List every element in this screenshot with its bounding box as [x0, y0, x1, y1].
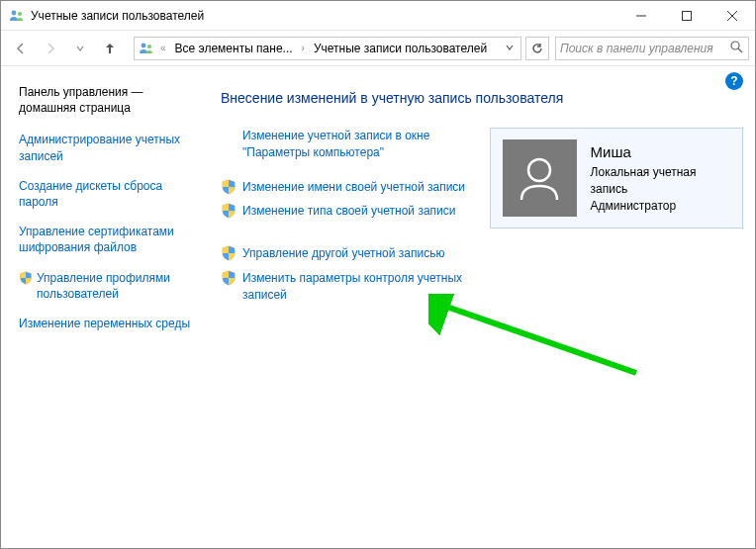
recent-dropdown[interactable] — [66, 36, 94, 61]
sidebar-link[interactable]: Создание дискеты сброса пароля — [19, 178, 203, 210]
svg-point-8 — [731, 42, 739, 49]
user-account-type: Локальная учетная запись — [591, 164, 730, 198]
action-link-label: Изменение учетной записи в окне "Парамет… — [242, 128, 478, 161]
sidebar-link[interactable]: Администрирование учетных записей — [19, 132, 203, 163]
action-link[interactable]: Изменить параметры контроля учетных запи… — [221, 270, 478, 304]
action-link[interactable]: Изменение типа своей учетной записи — [221, 203, 478, 220]
chevron-down-icon[interactable] — [501, 42, 519, 55]
action-link-label: Управление другой учетной записью — [242, 245, 444, 262]
page-heading: Внесение изменений в учетную запись поль… — [221, 90, 743, 106]
sidebar: Панель управления — домашняя страница Ад… — [1, 66, 209, 548]
sidebar-link-label: Управление сертификатами шифрования файл… — [19, 224, 203, 255]
titlebar: Учетные записи пользователей — [1, 1, 755, 31]
sidebar-link-label: Администрирование учетных записей — [19, 132, 203, 163]
chevron-right-icon[interactable]: › — [300, 43, 307, 53]
forward-button[interactable] — [37, 36, 64, 61]
user-card[interactable]: Миша Локальная учетная запись Администра… — [490, 128, 743, 229]
window-controls — [618, 1, 755, 31]
shield-icon — [221, 270, 236, 286]
action-link-label: Изменить параметры контроля учетных запи… — [242, 270, 478, 304]
action-link-label: Изменение типа своей учетной записи — [242, 203, 455, 220]
shield-icon — [221, 179, 236, 195]
help-button[interactable]: ? — [725, 72, 743, 90]
back-button[interactable] — [7, 36, 35, 61]
close-button[interactable] — [709, 1, 755, 31]
users-icon — [9, 8, 25, 24]
svg-point-10 — [528, 159, 550, 181]
refresh-button[interactable] — [525, 37, 549, 60]
sidebar-link[interactable]: Изменение переменных среды — [19, 316, 203, 331]
action-link[interactable]: Изменение имени своей учетной записи — [221, 179, 478, 196]
sidebar-link-label: Создание дискеты сброса пароля — [19, 178, 203, 210]
content-area: ? Панель управления — домашняя страница … — [1, 66, 755, 548]
user-info: Миша Локальная учетная запись Администра… — [591, 141, 730, 214]
svg-line-9 — [738, 48, 742, 52]
svg-point-7 — [147, 45, 151, 48]
svg-point-1 — [18, 12, 22, 16]
action-link-label: Изменение имени своей учетной записи — [242, 179, 465, 196]
sidebar-link[interactable]: Управление профилями пользователей — [19, 270, 203, 302]
window-title: Учетные записи пользователей — [31, 9, 618, 23]
users-icon — [139, 41, 154, 56]
sidebar-title[interactable]: Панель управления — домашняя страница — [19, 84, 203, 116]
minimize-button[interactable] — [618, 1, 664, 31]
sidebar-link-label: Изменение переменных среды — [19, 316, 190, 331]
user-role: Администратор — [591, 198, 730, 215]
main-panel: Внесение изменений в учетную запись поль… — [209, 66, 755, 548]
action-list: Изменение учетной записи в окне "Парамет… — [221, 128, 478, 312]
shield-icon — [221, 245, 236, 261]
breadcrumb-segment[interactable]: Учетные записи пользователей — [311, 40, 490, 57]
up-button[interactable] — [96, 36, 124, 61]
sidebar-link-label: Управление профилями пользователей — [37, 270, 203, 302]
sidebar-link[interactable]: Управление сертификатами шифрования файл… — [19, 224, 203, 255]
action-link[interactable]: Изменение учетной записи в окне "Парамет… — [242, 128, 478, 161]
svg-rect-3 — [683, 11, 692, 20]
search-input[interactable]: Поиск в панели управления — [555, 37, 749, 60]
maximize-button[interactable] — [664, 1, 709, 31]
navbar: « Все элементы пане... › Учетные записи … — [1, 31, 755, 66]
user-name: Миша — [591, 141, 730, 162]
shield-icon — [221, 203, 236, 219]
search-placeholder: Поиск в панели управления — [560, 42, 730, 55]
svg-point-6 — [142, 43, 146, 47]
search-icon[interactable] — [730, 41, 744, 56]
address-bar[interactable]: « Все элементы пане... › Учетные записи … — [134, 37, 521, 60]
svg-point-0 — [12, 10, 17, 15]
action-link[interactable]: Управление другой учетной записью — [221, 245, 478, 262]
avatar — [503, 139, 577, 217]
breadcrumb-segment[interactable]: Все элементы пане... — [172, 40, 296, 57]
chevron-right-icon: « — [158, 43, 168, 53]
shield-icon — [19, 271, 33, 285]
